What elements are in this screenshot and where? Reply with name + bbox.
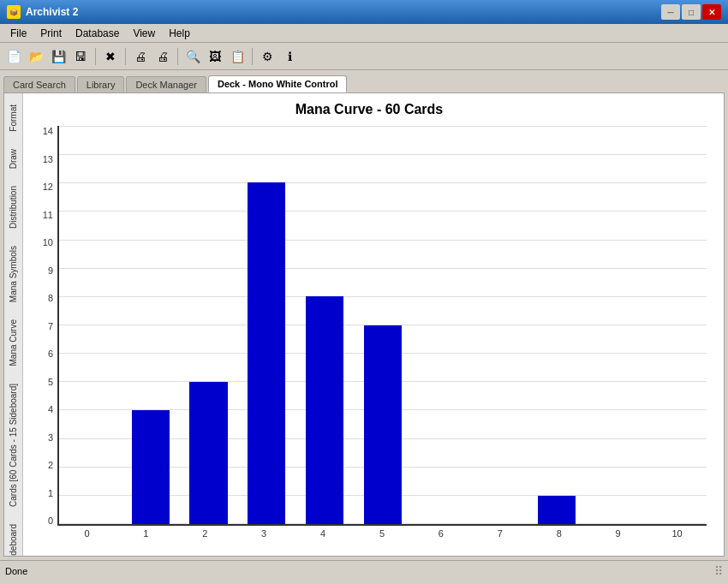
resize-grip: ⠿ (714, 564, 723, 578)
open-button[interactable]: 📂 (26, 46, 46, 67)
y-label-12: 12 (43, 182, 53, 192)
bar-group (528, 126, 587, 524)
y-label-10: 10 (43, 237, 53, 247)
main-content: Format Draw Distribution Mana Symbols Ma… (3, 92, 725, 557)
bar-x3 (248, 182, 285, 524)
bar-x2 (189, 382, 227, 524)
y-label-0: 0 (48, 515, 53, 526)
chart-title: Mana Curve - 60 Cards (32, 102, 707, 117)
separator-2 (125, 48, 126, 65)
clipboard-button[interactable]: 📋 (227, 46, 248, 67)
maximize-button[interactable]: □ (682, 4, 701, 20)
chart-plot (57, 126, 707, 526)
y-label-6: 6 (48, 349, 53, 359)
y-label-5: 5 (48, 377, 53, 387)
y-label-2: 2 (48, 460, 53, 470)
x-axis: 012345678910 (57, 526, 707, 539)
menu-file[interactable]: File (3, 26, 33, 41)
app-title: Archivist 2 (26, 6, 78, 18)
sidebar-tab-cards[interactable]: Cards [60 Cards - 15 Sideboard] (5, 376, 21, 515)
y-label-9: 9 (48, 265, 53, 276)
tab-deck-mono-white[interactable]: Deck - Mono White Control (208, 75, 348, 92)
bar-group (63, 126, 122, 524)
x-label-5: 5 (353, 528, 412, 539)
save-button[interactable]: 💾 (48, 46, 69, 67)
menu-print[interactable]: Print (33, 26, 69, 41)
sidebar-tab-distribution[interactable]: Distribution (5, 178, 21, 236)
separator-1 (95, 48, 96, 65)
close-button[interactable]: ✕ (702, 4, 721, 20)
delete-button[interactable]: ✖ (100, 46, 121, 67)
x-label-4: 4 (294, 528, 353, 539)
status-bar: Done ⠿ (0, 560, 728, 581)
sidebar-tab-format[interactable]: Format (5, 97, 21, 140)
x-label-10: 10 (647, 528, 707, 539)
y-label-11: 11 (43, 210, 53, 220)
tab-library[interactable]: Library (77, 76, 125, 92)
status-text: Done (5, 566, 27, 576)
x-label-8: 8 (529, 528, 588, 539)
menu-view[interactable]: View (126, 26, 162, 41)
y-label-14: 14 (43, 126, 53, 136)
x-label-2: 2 (176, 528, 235, 539)
x-label-0: 0 (57, 528, 116, 539)
bar-group (586, 126, 644, 524)
y-label-1: 1 (48, 488, 53, 498)
chart-container: 14 13 12 11 10 9 8 7 6 5 4 3 2 1 0 (32, 126, 707, 539)
save-as-button[interactable]: 🖫 (70, 46, 91, 67)
sidebar-tab-mana-symbols[interactable]: Mana Symbols (5, 238, 21, 310)
minimize-button[interactable]: ─ (661, 4, 680, 20)
menu-help[interactable]: Help (162, 26, 197, 41)
bar-x4 (306, 296, 343, 524)
separator-4 (252, 48, 253, 65)
x-label-6: 6 (411, 528, 470, 539)
app-icon: 📦 (7, 5, 21, 19)
sidebar: Format Draw Distribution Mana Symbols Ma… (4, 93, 23, 556)
info-button[interactable]: ℹ (279, 46, 300, 67)
bar-group (180, 126, 238, 524)
sidebar-tab-draw[interactable]: Draw (5, 141, 21, 176)
tab-deck-manager[interactable]: Deck Manager (126, 76, 206, 92)
menu-bar: File Print Database View Help (0, 24, 728, 43)
bar-group (470, 126, 528, 524)
print-button[interactable]: 🖨 (130, 46, 151, 67)
title-bar: 📦 Archivist 2 ─ □ ✕ (0, 0, 728, 24)
y-label-8: 8 (48, 293, 53, 303)
chart-inner: 14 13 12 11 10 9 8 7 6 5 4 3 2 1 0 (32, 126, 707, 526)
sidebar-tab-mana-curve[interactable]: Mana Curve (5, 312, 21, 373)
bar-group (122, 126, 180, 524)
toolbar: 📄 📂 💾 🖫 ✖ 🖨 🖨 🔍 🖼 📋 ⚙ ℹ (0, 43, 728, 70)
bar-x1 (132, 410, 170, 524)
tab-card-search[interactable]: Card Search (3, 76, 75, 92)
x-label-3: 3 (235, 528, 294, 539)
bars-container (59, 126, 707, 524)
separator-3 (177, 48, 178, 65)
y-label-3: 3 (48, 432, 53, 443)
chart-area: Mana Curve - 60 Cards 14 13 12 11 10 9 8… (23, 93, 724, 556)
bar-x5 (364, 325, 402, 525)
bar-group (412, 126, 470, 524)
window-controls: ─ □ ✕ (661, 4, 721, 20)
bar-x8 (538, 496, 576, 524)
bar-group (644, 126, 702, 524)
y-label-13: 13 (43, 154, 53, 164)
sidebar-tab-sideboard[interactable]: Sideboard (5, 516, 21, 556)
y-label-4: 4 (48, 404, 53, 414)
image-button[interactable]: 🖼 (205, 46, 225, 67)
x-label-7: 7 (470, 528, 529, 539)
new-button[interactable]: 📄 (3, 46, 24, 67)
y-label-7: 7 (48, 321, 53, 331)
settings-button[interactable]: ⚙ (257, 46, 277, 67)
bar-group (295, 126, 354, 524)
menu-database[interactable]: Database (69, 26, 126, 41)
bar-group (354, 126, 412, 524)
x-label-9: 9 (588, 528, 647, 539)
bar-group (237, 126, 295, 524)
x-label-1: 1 (116, 528, 176, 539)
tab-bar: Card Search Library Deck Manager Deck - … (0, 70, 728, 92)
search-button[interactable]: 🔍 (182, 46, 203, 67)
print2-button[interactable]: 🖨 (152, 46, 173, 67)
y-axis: 14 13 12 11 10 9 8 7 6 5 4 3 2 1 0 (32, 126, 57, 526)
